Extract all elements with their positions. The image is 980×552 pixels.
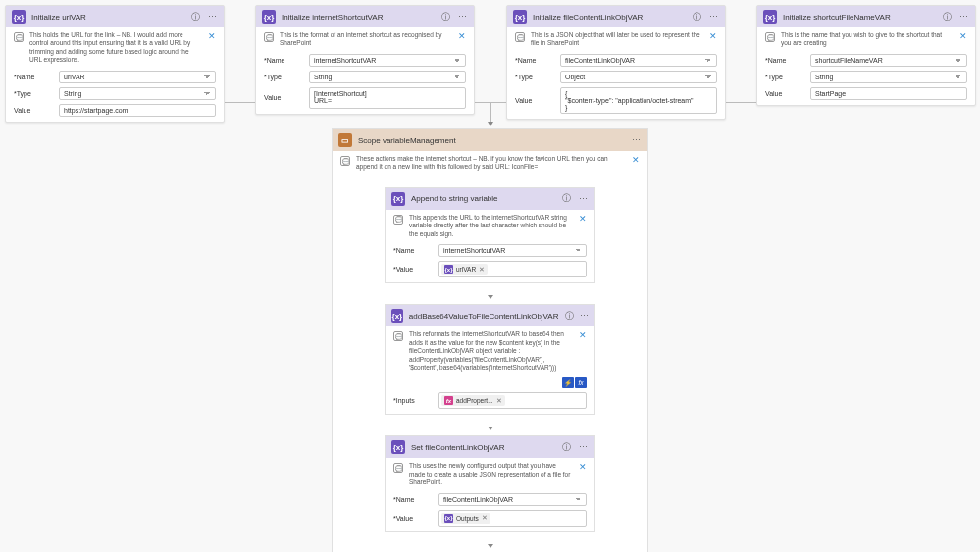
variable-icon: {x}: [262, 10, 276, 24]
info-icon[interactable]: ⓘ: [942, 12, 953, 23]
close-icon[interactable]: ✕: [709, 31, 717, 41]
name-input[interactable]: internetShortcutVAR: [309, 54, 466, 67]
note-icon: 💬: [340, 156, 350, 166]
token-outputs[interactable]: {x}Outputs✕: [441, 513, 490, 524]
type-input[interactable]: String: [810, 71, 967, 83]
more-icon[interactable]: ⋯: [958, 12, 969, 23]
scope-note: 💬 These actions make the internet shortc…: [333, 151, 647, 176]
value-input[interactable]: [InternetShortcut] URL=: [309, 87, 466, 109]
card-header[interactable]: {x} Initialize urlVAR ⓘ ⋯: [6, 6, 224, 27]
action-append-string: {x} Append to string variable ⓘ ⋯ 💬This …: [385, 187, 595, 283]
card-note: 💬 This is a JSON object that will later …: [507, 27, 725, 52]
name-input[interactable]: shortcutFileNameVAR: [810, 54, 967, 67]
type-input[interactable]: String: [59, 87, 216, 100]
card-note: 💬 This is the name that you wish to give…: [757, 27, 975, 52]
value-input[interactable]: {x}urlVAR✕: [438, 261, 587, 277]
card-note: 💬 This holds the URL for the link – NB. …: [6, 27, 224, 69]
close-icon[interactable]: ✕: [632, 155, 640, 165]
card-title: Initialize internetShortcutVAR: [282, 13, 435, 22]
variable-icon: {x}: [513, 10, 527, 24]
card-title: addBase64ValueToFileContentLinkObjVAR: [409, 312, 559, 321]
card-header[interactable]: {x} addBase64ValueToFileContentLinkObjVA…: [386, 305, 594, 326]
token-urlvar[interactable]: {x}urlVAR✕: [441, 264, 488, 275]
close-icon[interactable]: ✕: [959, 31, 967, 41]
variable-icon: {x}: [391, 440, 405, 454]
card-init-filecontentlinkobjvar: {x} Initialize fileContentLinkObjVAR ⓘ ⋯…: [506, 5, 726, 120]
more-icon[interactable]: ⋯: [457, 12, 468, 23]
name-input[interactable]: fileContentLinkObjVAR: [438, 493, 587, 506]
token-addproperty[interactable]: fxaddPropert...✕: [441, 395, 505, 406]
type-input[interactable]: String: [309, 71, 466, 83]
close-icon[interactable]: ✕: [208, 31, 216, 41]
scope-variablemanagement: ▭ Scope variableManagement ⋯ 💬 These act…: [332, 128, 648, 552]
card-init-shortcutfilenamevar: {x} Initialize shortcutFileNameVAR ⓘ ⋯ 💬…: [756, 5, 976, 106]
card-header[interactable]: {x} Initialize fileContentLinkObjVAR ⓘ ⋯: [507, 6, 725, 27]
card-title: Set fileContentLinkObjVAR: [411, 443, 555, 452]
note-icon: 💬: [765, 32, 775, 42]
scope-icon: ▭: [338, 133, 352, 147]
action-set-filecontentlinkobjvar: {x} Set fileContentLinkObjVAR ⓘ ⋯ 💬This …: [385, 435, 595, 531]
card-header[interactable]: {x} Append to string variable ⓘ ⋯: [386, 188, 594, 210]
variable-icon: {x}: [391, 309, 403, 323]
fx-toggle[interactable]: ⚡fx: [562, 377, 587, 388]
card-init-internetshortcutvar: {x} Initialize internetShortcutVAR ⓘ ⋯ 💬…: [255, 5, 475, 115]
name-input[interactable]: internetShortcutVAR: [438, 244, 587, 257]
name-input[interactable]: fileContentLinkObjVAR: [560, 54, 717, 67]
inputs-input[interactable]: fxaddPropert...✕: [438, 392, 587, 409]
more-icon[interactable]: ⋯: [708, 12, 719, 23]
more-icon[interactable]: ⋯: [580, 311, 589, 322]
value-input[interactable]: { "$content-type": "application/octet-st…: [560, 87, 717, 114]
info-icon[interactable]: ⓘ: [692, 12, 702, 23]
scope-title: Scope variableManagement: [358, 136, 625, 145]
more-icon[interactable]: ⋯: [631, 135, 642, 146]
card-title: Initialize fileContentLinkObjVAR: [533, 13, 686, 22]
scope-header[interactable]: ▭ Scope variableManagement ⋯: [333, 129, 647, 151]
variable-icon: {x}: [763, 10, 777, 24]
card-title: Initialize shortcutFileNameVAR: [783, 13, 936, 22]
more-icon[interactable]: ⋯: [578, 442, 589, 453]
info-icon[interactable]: ⓘ: [440, 12, 451, 23]
card-note: 💬 This is the format of an internet shor…: [256, 27, 474, 52]
variable-icon: {x}: [12, 10, 26, 24]
card-title: Append to string variable: [411, 194, 555, 203]
note-icon: 💬: [264, 32, 274, 42]
card-title: Initialize urlVAR: [31, 13, 184, 22]
variable-icon: {x}: [391, 192, 405, 206]
info-icon[interactable]: ⓘ: [561, 442, 572, 453]
note-icon: 💬: [14, 32, 24, 42]
info-icon[interactable]: ⓘ: [564, 311, 573, 322]
info-icon[interactable]: ⓘ: [561, 193, 572, 204]
close-icon[interactable]: ✕: [458, 31, 466, 41]
info-icon[interactable]: ⓘ: [190, 12, 201, 23]
note-icon: 💬: [515, 32, 525, 42]
value-input[interactable]: {x}Outputs✕: [438, 510, 587, 527]
name-input[interactable]: urlVAR: [59, 71, 216, 83]
value-input[interactable]: https://startpage.com: [59, 104, 216, 117]
close-icon[interactable]: ✕: [579, 462, 587, 472]
card-header[interactable]: {x} Initialize shortcutFileNameVAR ⓘ ⋯: [757, 6, 975, 27]
type-input[interactable]: Object: [560, 71, 717, 83]
close-icon[interactable]: ✕: [579, 330, 587, 340]
action-addbase64: {x} addBase64ValueToFileContentLinkObjVA…: [385, 304, 595, 415]
close-icon[interactable]: ✕: [579, 214, 587, 224]
more-icon[interactable]: ⋯: [207, 12, 218, 23]
value-input[interactable]: StartPage: [810, 87, 967, 100]
card-init-urlvar: {x} Initialize urlVAR ⓘ ⋯ 💬 This holds t…: [5, 5, 225, 123]
more-icon[interactable]: ⋯: [578, 193, 589, 204]
card-header[interactable]: {x} Initialize internetShortcutVAR ⓘ ⋯: [256, 6, 474, 27]
card-header[interactable]: {x} Set fileContentLinkObjVAR ⓘ ⋯: [386, 436, 594, 458]
